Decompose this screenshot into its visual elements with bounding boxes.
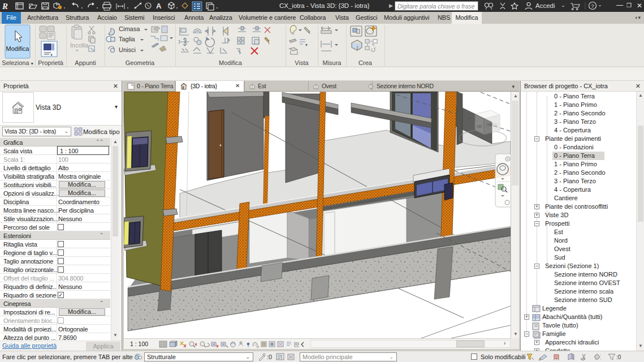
- svg-text:A: A: [156, 2, 162, 10]
- svg-text:Cimasa: Cimasa: [119, 25, 140, 32]
- svg-text::0: :0: [616, 354, 621, 360]
- svg-text:OBEN: OBEN: [486, 123, 498, 127]
- svg-text:?: ?: [591, 3, 594, 9]
- svg-text:Taglia: Taglia: [119, 36, 136, 42]
- svg-text:Modifica: Modifica: [6, 45, 30, 52]
- svg-text:Incolla: Incolla: [70, 42, 89, 49]
- svg-text:NE: NE: [477, 124, 482, 128]
- svg-text:Accedi: Accedi: [535, 2, 555, 9]
- svg-text:Unisci: Unisci: [119, 46, 136, 53]
- svg-text:R: R: [2, 2, 8, 11]
